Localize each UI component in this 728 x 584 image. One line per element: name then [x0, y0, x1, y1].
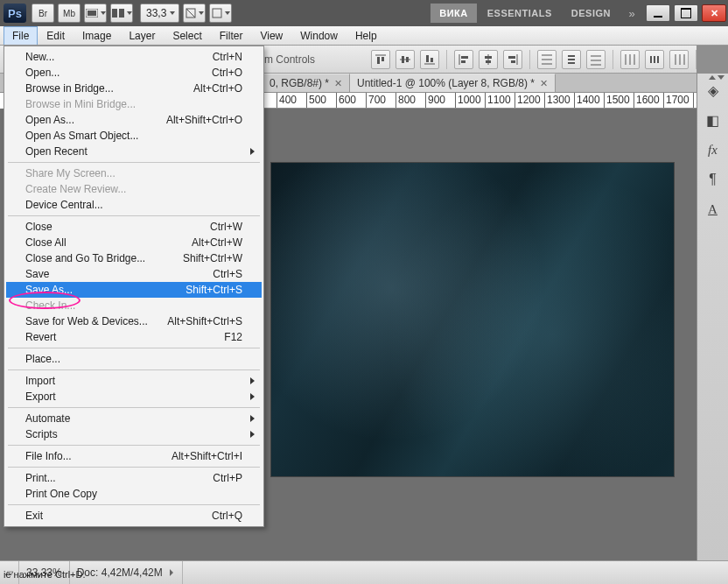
- menu-item-close[interactable]: CloseCtrl+W: [6, 219, 262, 235]
- styles-panel-icon[interactable]: fx: [702, 138, 724, 161]
- close-tab-2-icon[interactable]: ✕: [540, 78, 548, 89]
- svg-rect-1: [88, 11, 96, 16]
- arrange-docs-button[interactable]: [110, 4, 133, 23]
- distribute-bottom-icon[interactable]: [586, 50, 606, 69]
- close-window-button[interactable]: ✕: [702, 4, 726, 22]
- svg-rect-11: [402, 56, 404, 63]
- ruler-tick: 500: [306, 93, 326, 109]
- menu-file[interactable]: File: [4, 26, 38, 45]
- menu-item-print-one[interactable]: Print One Copy: [6, 486, 262, 502]
- submenu-arrow-icon: [250, 393, 255, 400]
- menu-item-export[interactable]: Export: [6, 389, 262, 405]
- distribute-top-icon[interactable]: [537, 50, 556, 69]
- minibridge-button[interactable]: Mb: [58, 4, 80, 23]
- menu-item-open-recent[interactable]: Open Recent: [6, 144, 262, 159]
- maximize-button[interactable]: [674, 4, 698, 22]
- align-bottom-icon[interactable]: [420, 50, 439, 69]
- menu-filter[interactable]: Filter: [211, 26, 252, 45]
- ruler-tick: 400: [276, 93, 297, 109]
- menu-item-browse-bridge[interactable]: Browse in Bridge...Alt+Ctrl+O: [6, 81, 262, 96]
- distribute-vcenter-icon[interactable]: [562, 50, 581, 69]
- svg-rect-14: [426, 55, 429, 62]
- menu-item-new[interactable]: New...Ctrl+N: [6, 49, 262, 65]
- align-right-icon[interactable]: [503, 50, 522, 69]
- svg-rect-12: [406, 57, 409, 62]
- bridge-button[interactable]: Br: [32, 4, 54, 23]
- svg-rect-6: [213, 9, 221, 18]
- ruler-tick: 1200: [514, 93, 541, 109]
- menu-item-import[interactable]: Import: [6, 373, 262, 389]
- align-top-icon[interactable]: [371, 50, 390, 69]
- workspace-essentials[interactable]: ESSENTIALS: [479, 4, 561, 23]
- menu-item-exit[interactable]: ExitCtrl+Q: [6, 508, 262, 524]
- menu-item-check-in: Check In...: [6, 298, 262, 313]
- svg-rect-2: [112, 9, 117, 18]
- menu-item-save-as[interactable]: Save As...Shift+Ctrl+S: [6, 282, 262, 298]
- menu-item-save-for-web[interactable]: Save for Web & Devices...Alt+Shift+Ctrl+…: [6, 313, 262, 329]
- menu-item-open-as-smart[interactable]: Open As Smart Object...: [6, 128, 262, 144]
- workspace-design[interactable]: DESIGN: [563, 4, 620, 23]
- dock-header: [696, 46, 728, 74]
- dock-collapse-icon[interactable]: [709, 75, 724, 80]
- menu-view[interactable]: View: [251, 26, 291, 45]
- layers-panel-icon[interactable]: ◈: [702, 79, 724, 102]
- ruler-tick: 700: [366, 93, 386, 109]
- menu-image[interactable]: Image: [74, 26, 120, 45]
- ruler-tick: 1500: [604, 93, 630, 109]
- menu-item-revert[interactable]: RevertF12: [6, 329, 262, 345]
- menu-item-open[interactable]: Open...Ctrl+O: [6, 65, 262, 81]
- svg-rect-15: [430, 58, 433, 62]
- svg-line-5: [186, 9, 195, 18]
- menu-item-place[interactable]: Place...: [6, 351, 262, 367]
- menu-item-close-all[interactable]: Close AllAlt+Ctrl+W: [6, 235, 262, 250]
- document-tab-1-label: 0, RGB/8#) *: [270, 77, 329, 89]
- menu-help[interactable]: Help: [346, 26, 386, 45]
- minimize-button[interactable]: [646, 4, 670, 22]
- status-doc-size[interactable]: Doc: 4,42M/4,42M: [70, 561, 183, 584]
- character-panel-icon[interactable]: A: [702, 198, 724, 221]
- menu-item-automate[interactable]: Automate: [6, 411, 262, 426]
- svg-rect-38: [654, 56, 655, 63]
- svg-rect-39: [657, 56, 659, 63]
- svg-rect-23: [508, 56, 515, 59]
- menu-item-open-as[interactable]: Open As...Alt+Shift+Ctrl+O: [6, 112, 262, 128]
- distribute-hcenter-icon[interactable]: [645, 50, 664, 69]
- menu-item-file-info[interactable]: File Info...Alt+Shift+Ctrl+I: [6, 448, 262, 464]
- menu-item-save[interactable]: SaveCtrl+S: [6, 266, 262, 282]
- adjustments-panel-icon[interactable]: ◧: [702, 109, 724, 131]
- close-tab-1-icon[interactable]: ✕: [334, 78, 342, 89]
- ps-logo: Ps: [4, 4, 26, 23]
- menu-item-print[interactable]: Print...Ctrl+P: [6, 470, 262, 486]
- document-canvas[interactable]: [271, 163, 674, 476]
- menu-item-share-screen: Share My Screen...: [6, 165, 262, 181]
- distribute-right-icon[interactable]: [669, 50, 689, 69]
- distribute-left-icon[interactable]: [620, 50, 640, 69]
- svg-rect-20: [485, 56, 492, 59]
- align-hcenter-icon[interactable]: [479, 50, 498, 69]
- align-vcenter-icon[interactable]: [396, 50, 415, 69]
- extras-button-2[interactable]: [209, 4, 232, 23]
- menu-item-device-central[interactable]: Device Central...: [6, 197, 262, 213]
- menu-item-close-goto-bridge[interactable]: Close and Go To Bridge...Shift+Ctrl+W: [6, 250, 262, 266]
- ruler-tick: 1400: [574, 93, 600, 109]
- svg-rect-37: [650, 56, 652, 63]
- screen-mode-button[interactable]: [84, 4, 107, 23]
- document-tab-2[interactable]: Untitled-1 @ 100% (Layer 8, RGB/8) * ✕: [350, 74, 556, 92]
- menu-edit[interactable]: Edit: [38, 26, 74, 45]
- menu-select[interactable]: Select: [164, 26, 210, 45]
- svg-rect-9: [382, 57, 384, 61]
- workspace-active[interactable]: ВИКА: [430, 4, 477, 23]
- document-tab-1[interactable]: 0, RGB/8#) * ✕: [262, 74, 350, 92]
- extras-button-1[interactable]: [183, 4, 206, 23]
- ruler-tick: 1100: [485, 93, 511, 109]
- ruler-tick: 1300: [544, 93, 570, 109]
- menu-layer[interactable]: Layer: [120, 26, 164, 45]
- menu-item-scripts[interactable]: Scripts: [6, 426, 262, 442]
- align-left-icon[interactable]: [454, 50, 473, 69]
- more-workspaces-icon[interactable]: »: [621, 7, 642, 20]
- submenu-arrow-icon: [250, 148, 255, 155]
- svg-rect-18: [461, 60, 466, 63]
- zoom-dropdown[interactable]: 33,3: [140, 4, 179, 23]
- paragraph-panel-icon[interactable]: ¶: [702, 168, 724, 191]
- menu-window[interactable]: Window: [291, 26, 346, 45]
